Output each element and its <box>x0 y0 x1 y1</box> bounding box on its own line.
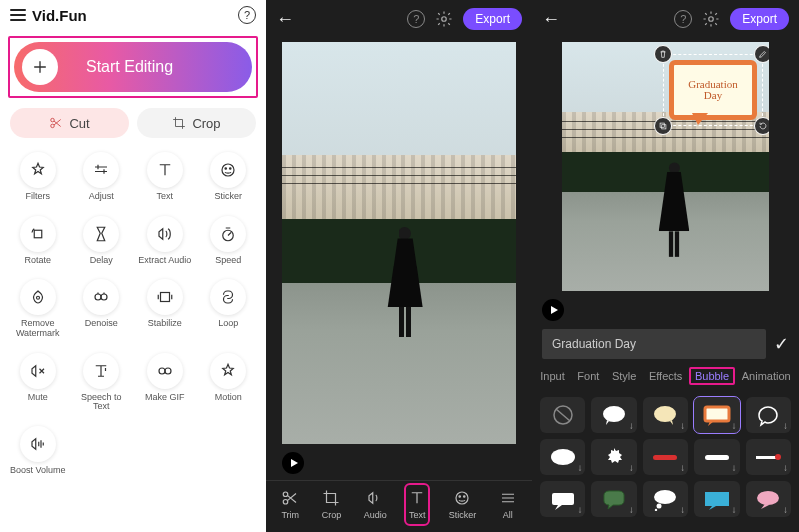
svg-rect-27 <box>653 455 677 460</box>
resize-handle[interactable] <box>754 117 769 135</box>
bubble-option-1[interactable]: ↓ <box>591 397 636 433</box>
start-editing-button[interactable]: Start Editing <box>14 42 252 92</box>
speed-icon <box>210 216 246 252</box>
editbar-sticker[interactable]: Sticker <box>447 485 479 524</box>
bubble-option-4[interactable]: ↓ <box>746 397 791 433</box>
tool-denoise[interactable]: Denoise <box>70 275 134 343</box>
tool-label: Boost Volume <box>10 466 66 476</box>
copy-handle[interactable] <box>654 117 672 135</box>
bubble-option-11[interactable]: ↓ <box>591 481 636 517</box>
help-icon[interactable]: ? <box>407 10 425 28</box>
tool-label: Speech to Text <box>73 393 129 413</box>
crop-button[interactable]: Crop <box>137 108 256 138</box>
help-icon[interactable]: ? <box>238 6 256 24</box>
play-icon <box>291 459 298 467</box>
tab-input[interactable]: Input <box>534 367 570 385</box>
tab-style[interactable]: Style <box>606 367 642 385</box>
bubble-option-13[interactable]: ↓ <box>694 481 739 517</box>
tool-boost-volume[interactable]: Boost Volume <box>6 422 70 480</box>
tab-animation[interactable]: Animation <box>736 367 797 385</box>
gear-icon[interactable] <box>702 10 720 28</box>
tool-make-gif[interactable]: Make GIF <box>133 349 197 417</box>
tool-speed[interactable]: Speed <box>197 212 261 269</box>
tab-effects[interactable]: Effects <box>643 367 688 385</box>
tab-font[interactable]: Font <box>571 367 605 385</box>
svg-point-4 <box>230 168 232 170</box>
editbar-all[interactable]: All <box>497 485 519 524</box>
confirm-icon[interactable]: ✓ <box>774 333 789 355</box>
bubble-option-5[interactable]: ↓ <box>540 439 585 475</box>
tool-sticker[interactable]: Sticker <box>197 148 261 206</box>
video-preview-with-overlay[interactable]: Graduation Day <box>562 42 769 291</box>
plus-icon <box>22 49 58 85</box>
text-icon <box>147 152 183 188</box>
cut-button[interactable]: Cut <box>10 108 129 138</box>
tool-stabilize[interactable]: Stabilize <box>133 275 197 343</box>
bubble-option-6[interactable]: ↓ <box>591 439 636 475</box>
bubble-option-2[interactable]: ↓ <box>643 397 688 433</box>
tool-remove-watermark[interactable]: Remove Watermark <box>6 275 70 343</box>
edit-handle[interactable] <box>754 45 769 63</box>
editbar-crop[interactable]: Crop <box>320 485 344 524</box>
tool-filters[interactable]: Filters <box>6 148 70 206</box>
export-button[interactable]: Export <box>730 8 789 30</box>
tab-bubble[interactable]: Bubble <box>689 367 735 385</box>
video-preview[interactable] <box>282 42 516 444</box>
bubble-option-7[interactable]: ↓ <box>643 439 688 475</box>
download-icon: ↓ <box>783 504 788 515</box>
text-input[interactable] <box>542 329 766 359</box>
download-icon: ↓ <box>629 420 634 431</box>
text-overlay-selection[interactable]: Graduation Day <box>663 54 763 126</box>
filters-icon <box>20 152 56 188</box>
delete-handle[interactable] <box>654 45 672 63</box>
bubble-option-14[interactable]: ↓ <box>746 481 791 517</box>
tool-rotate[interactable]: Rotate <box>6 212 70 269</box>
tool-text[interactable]: Text <box>133 148 197 206</box>
download-icon: ↓ <box>629 462 634 473</box>
tool-label: Text <box>156 192 173 202</box>
play-button[interactable] <box>542 299 564 321</box>
tool-motion[interactable]: Motion <box>197 349 261 417</box>
bubble-option-3[interactable]: ↓ <box>694 397 739 433</box>
tool-speech-to-text[interactable]: Speech to Text <box>70 349 134 417</box>
tool-loop[interactable]: Loop <box>197 275 261 343</box>
tool-delay[interactable]: Delay <box>70 212 134 269</box>
bubble-option-8[interactable]: ↓ <box>694 439 739 475</box>
svg-point-23 <box>603 406 625 422</box>
gear-icon[interactable] <box>435 10 453 28</box>
editbar-trim[interactable]: Trim <box>279 485 301 524</box>
export-button[interactable]: Export <box>463 8 522 30</box>
tool-label: Speed <box>215 256 241 266</box>
editbar-audio[interactable]: Audio <box>362 485 389 524</box>
crop-icon <box>322 489 340 507</box>
remove-watermark-icon <box>20 279 56 315</box>
tool-label: Delay <box>90 256 113 266</box>
svg-point-24 <box>654 406 676 422</box>
delay-icon <box>83 216 119 252</box>
back-icon[interactable]: ← <box>542 9 560 30</box>
svg-point-16 <box>456 492 468 504</box>
tool-label: Adjust <box>89 192 114 202</box>
download-icon: ↓ <box>577 504 582 515</box>
tool-extract-audio[interactable]: Extract Audio <box>133 212 197 269</box>
svg-point-31 <box>654 490 676 504</box>
tool-label: Motion <box>215 393 242 403</box>
back-icon[interactable]: ← <box>276 9 294 30</box>
all-icon <box>499 489 517 507</box>
menu-icon[interactable] <box>10 9 26 21</box>
tool-label: Mute <box>28 393 48 403</box>
bubble-option-0[interactable] <box>540 397 585 433</box>
crop-icon <box>172 116 186 130</box>
tool-mute[interactable]: Mute <box>6 349 70 417</box>
svg-point-32 <box>657 504 662 509</box>
bubble-option-12[interactable]: ↓ <box>643 481 688 517</box>
bubble-option-9[interactable]: ↓ <box>746 439 791 475</box>
bubble-option-10[interactable]: ↓ <box>540 481 585 517</box>
boost-volume-icon <box>20 426 56 462</box>
help-icon[interactable]: ? <box>674 10 692 28</box>
editor-topbar: ← ? Export <box>266 0 532 38</box>
download-icon: ↓ <box>680 420 685 431</box>
tool-adjust[interactable]: Adjust <box>70 148 134 206</box>
editbar-text[interactable]: Text <box>406 485 428 524</box>
play-button[interactable] <box>282 452 304 474</box>
